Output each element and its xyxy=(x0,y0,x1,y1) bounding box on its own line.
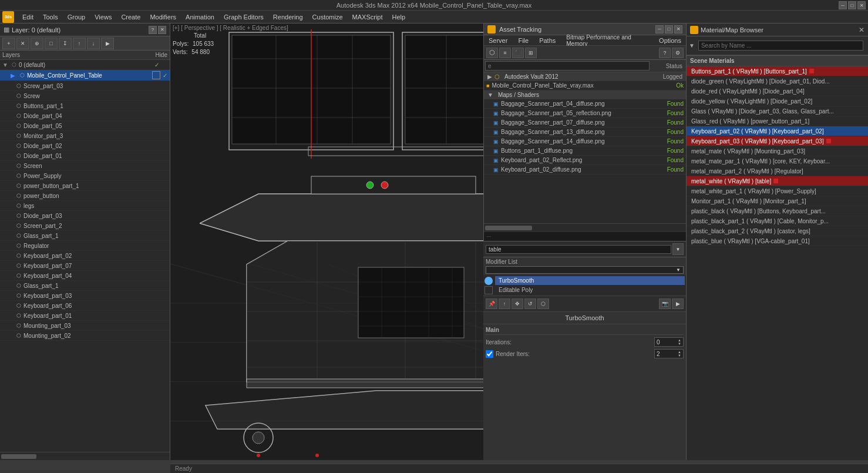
mat-item-metal-mate[interactable]: metal_mate ( VRayMtl ) [Mounting_part_03… xyxy=(687,146,868,156)
layer-down-button[interactable]: ↓ xyxy=(87,38,100,49)
mod-move-btn[interactable]: ✥ xyxy=(512,298,523,309)
modifier-item-editable-poly[interactable]: Editable Poly xyxy=(485,286,685,294)
mat-list[interactable]: Buttons_part_1 ( VRayMtl ) [Buttons_part… xyxy=(687,66,868,460)
asset-scrollbar-h[interactable] xyxy=(484,223,686,232)
asset-minimize-button[interactable]: ─ xyxy=(655,25,664,33)
mat-item-diode-yellow[interactable]: diode_yellow ( VRayLightMtl ) [Diode_par… xyxy=(687,96,868,106)
layer-item-keyboard-07[interactable]: ⬡ Keyboard_part_07 xyxy=(0,261,170,271)
layer-item-screen-part-2[interactable]: ⬡ Screen_part_2 xyxy=(0,221,170,231)
mat-item-keyboard-02[interactable]: Keyboard_part_02 ( VRayMtl ) [Keyboard_p… xyxy=(687,126,868,136)
layer-item-diode-05[interactable]: ⬡ Diode_part_05 xyxy=(0,121,170,131)
asset-row-max-file[interactable]: ■ Mobile_Control_Panel_Table_vray.max Ok xyxy=(484,81,686,90)
mod-select-btn[interactable]: ↑ xyxy=(499,298,510,309)
layer-select-button[interactable]: □ xyxy=(45,38,58,49)
layer-item-diode-04[interactable]: ⬡ Diode_part_04 xyxy=(0,111,170,121)
mat-item-metal-mate-part-2[interactable]: metal_mate_part_2 ( VRayMtl ) [Regulator… xyxy=(687,166,868,176)
viewport-3d[interactable] xyxy=(170,24,483,460)
turbosmooth-label[interactable]: TurboSmooth xyxy=(495,276,685,285)
mod-cam-btn[interactable]: 📷 xyxy=(659,298,671,309)
mat-item-plastic-blue[interactable]: plastic_blue ( VRayMtl ) [VGA-cable_part… xyxy=(687,236,868,246)
asset-row-img1[interactable]: ▣ Baggage_Scanner_part_04_diffuse.png Fo… xyxy=(484,99,686,109)
layer-item-power-button[interactable]: ⬡ power_button xyxy=(0,191,170,201)
asset-tb-settings[interactable]: ⚙ xyxy=(672,48,684,58)
menu-customize[interactable]: Customize xyxy=(308,12,348,22)
layer-new-button[interactable]: ⊕ xyxy=(31,38,43,49)
layer-item-screw[interactable]: ⬡ Screw xyxy=(0,91,170,101)
layers-list[interactable]: ▼ ⬡ 0 (default) ✓ ▶ ⬡ Mobile_Control_Pan… xyxy=(0,60,170,452)
minimize-button[interactable]: ─ xyxy=(839,1,847,9)
layer-item-diode-01[interactable]: ⬡ Diode_part_01 xyxy=(0,151,170,161)
layers-help-button[interactable]: ? xyxy=(149,26,157,34)
menu-rendering[interactable]: Rendering xyxy=(268,12,308,22)
mat-item-keyboard-03[interactable]: Keyboard_part_03 ( VRayMtl ) [Keyboard_p… xyxy=(687,136,868,146)
mod-pin-btn[interactable]: 📌 xyxy=(486,298,497,309)
iterations-input[interactable]: 0 ▲ ▼ xyxy=(654,337,684,347)
asset-menu-server[interactable]: Server xyxy=(486,36,510,45)
asset-maximize-button[interactable]: □ xyxy=(665,25,673,33)
asset-tb-btn4[interactable]: ⊞ xyxy=(525,48,537,58)
menu-views[interactable]: Views xyxy=(90,12,116,22)
asset-tb-btn1[interactable]: ⬡ xyxy=(486,48,498,58)
asset-row-img6[interactable]: ▣ Buttons_part_1_diffuse.png Found xyxy=(484,146,686,156)
asset-tb-help[interactable]: ? xyxy=(659,48,671,58)
layer-item-diode-02[interactable]: ⬡ Diode_part_02 xyxy=(0,141,170,151)
mat-item-metal-white-part-1[interactable]: metal_white_part_1 ( VRayMtl ) [Power_Su… xyxy=(687,186,868,196)
menu-help[interactable]: Help xyxy=(388,12,411,22)
asset-menu-options[interactable]: Options xyxy=(657,36,684,45)
close-button[interactable]: ✕ xyxy=(857,1,866,9)
asset-scroll-thumb[interactable] xyxy=(485,226,532,230)
layer-toggle[interactable] xyxy=(152,71,160,79)
asset-row-img8[interactable]: ▣ Keyboard_part_02_diffuse.png Found xyxy=(484,165,686,175)
asset-tb-btn2[interactable]: ≡ xyxy=(499,48,511,58)
layer-item-glass-part-1b[interactable]: ⬡ Glass_part_1 xyxy=(0,281,170,291)
layer-item-screw-part-03[interactable]: ⬡ Screw_part_03 xyxy=(0,81,170,91)
asset-menu-paths[interactable]: Paths xyxy=(537,36,558,45)
menu-graph-editors[interactable]: Graph Editors xyxy=(219,12,268,22)
layer-item-diode-03[interactable]: ⬡ Diode_part_03 xyxy=(0,211,170,221)
layer-item-mobile-control[interactable]: ▶ ⬡ Mobile_Control_Panel_Table ✓ xyxy=(0,70,170,81)
iterations-spinners[interactable]: ▲ ▼ xyxy=(678,338,681,345)
asset-search-input[interactable] xyxy=(485,61,650,71)
layer-expand-button[interactable]: ▶ xyxy=(101,38,114,49)
mat-item-glass[interactable]: Glass ( VRayMtl ) [Diode_part_03, Glass,… xyxy=(687,106,868,116)
menu-create[interactable]: Create xyxy=(116,12,145,22)
menu-tools[interactable]: Tools xyxy=(38,12,63,22)
asset-row-img7[interactable]: ▣ Keyboard_part_02_Reflect.png Found xyxy=(484,156,686,165)
render-iters-input[interactable]: 2 ▲ ▼ xyxy=(654,349,684,358)
asset-row-img5[interactable]: ▣ Baggage_Scanner_part_14_diffuse.png Fo… xyxy=(484,137,686,146)
render-iters-checkbox[interactable] xyxy=(486,350,493,358)
asset-list[interactable]: ▶ ⬡ Autodesk Vault 2012 Logged ■ Mobile_… xyxy=(484,72,686,223)
layer-up-button[interactable]: ↑ xyxy=(73,38,86,49)
mod-rotate-btn[interactable]: ↺ xyxy=(524,298,536,309)
layer-item-keyboard-01[interactable]: ⬡ Keyboard_part_01 xyxy=(0,311,170,321)
mod-scale-btn[interactable]: ⬡ xyxy=(537,298,549,309)
asset-menu-bitmap-perf[interactable]: Bitmap Performance and Memory xyxy=(564,33,651,48)
layer-item-keyboard-03[interactable]: ⬡ Keyboard_part_03 xyxy=(0,291,170,301)
modifier-list-dropdown[interactable]: ▼ xyxy=(486,266,684,274)
asset-row-img2[interactable]: ▣ Baggage_Scanner_part_05_reflection.png… xyxy=(484,109,686,118)
menu-maxscript[interactable]: MAXScript xyxy=(348,12,388,22)
layer-item-screen[interactable]: ⬡ Screen xyxy=(0,161,170,171)
menu-group[interactable]: Group xyxy=(63,12,90,22)
modifier-item-turbosmooth[interactable]: TurboSmooth xyxy=(485,276,685,285)
mat-item-metal-white[interactable]: metal_white ( VRayMtl ) [table] xyxy=(687,176,868,186)
asset-close-button[interactable]: ✕ xyxy=(674,25,682,33)
mat-item-plastic-black-part-2[interactable]: plastic_black_part_2 ( VRayMtl ) [castor… xyxy=(687,226,868,236)
layer-item-mounting-03[interactable]: ⬡ Mounting_part_03 xyxy=(0,321,170,331)
layer-add-button[interactable]: + xyxy=(2,38,15,49)
layer-delete-button[interactable]: ✕ xyxy=(16,38,29,49)
asset-tb-btn3[interactable]: ⬛ xyxy=(512,48,524,58)
layer-item-keyboard-04[interactable]: ⬡ Keyboard_part_04 xyxy=(0,271,170,281)
render-iters-spinners[interactable]: ▲ ▼ xyxy=(678,350,681,357)
modifier-dropdown-btn[interactable]: ▼ xyxy=(672,243,684,255)
asset-row-img4[interactable]: ▣ Baggage_Scanner_part_13_diffuse.png Fo… xyxy=(484,128,686,137)
scroll-thumb[interactable] xyxy=(1,454,36,459)
mat-item-monitor-part-1[interactable]: Monitor_part_1 ( VRayMtl ) [Monitor_part… xyxy=(687,196,868,206)
mat-item-plastic-black-part-1[interactable]: plastic_black_part_1 ( VRayMtl ) [Cable,… xyxy=(687,216,868,226)
layers-scroll-area[interactable]: ▼ ⬡ 0 (default) ✓ ▶ ⬡ Mobile_Control_Pan… xyxy=(0,60,170,452)
layers-close-button[interactable]: ✕ xyxy=(158,26,166,34)
layer-move-button[interactable]: ↧ xyxy=(59,38,72,49)
mat-search-input[interactable] xyxy=(698,41,863,51)
layer-item-keyboard-02[interactable]: ⬡ Keyboard_part_02 xyxy=(0,251,170,261)
layer-item-legs[interactable]: ⬡ legs xyxy=(0,201,170,211)
